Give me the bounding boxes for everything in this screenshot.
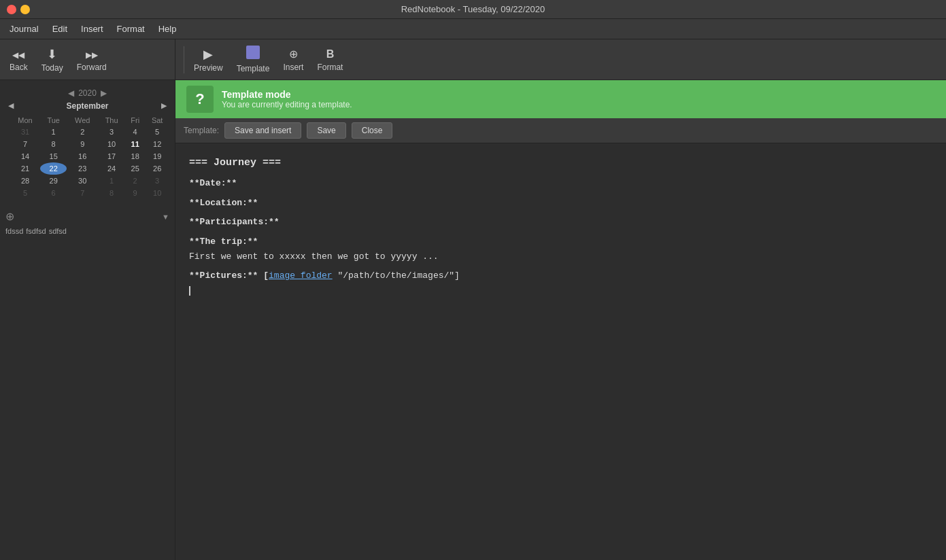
- calendar-day: [5, 187, 10, 199]
- calendar-day[interactable]: 7: [67, 187, 98, 199]
- calendar-day[interactable]: 3: [98, 126, 125, 138]
- calendar-day[interactable]: 22: [40, 162, 67, 175]
- insert-button[interactable]: Insert: [276, 44, 310, 75]
- calendar-day[interactable]: 4: [125, 126, 145, 138]
- year-nav: ◀ 2020 ▶: [5, 86, 169, 101]
- calendar-day[interactable]: 25: [125, 162, 145, 175]
- format-button[interactable]: Format: [310, 44, 350, 75]
- calendar-day[interactable]: 1: [40, 126, 67, 138]
- calendar-day[interactable]: 6: [40, 187, 67, 199]
- main-layout: ◀ 2020 ▶ ◀ September ▶ Mon Tue Wed Th: [0, 80, 946, 560]
- toolbar-nav: Back ⬇ Today Forward: [0, 39, 175, 80]
- tag-item[interactable]: fdssd: [5, 227, 23, 235]
- prev-month-btn[interactable]: ◀: [5, 101, 16, 111]
- editor-line: **Participants:**: [189, 215, 932, 230]
- calendar-day[interactable]: 31: [10, 126, 40, 138]
- calendar-day[interactable]: 7: [10, 138, 40, 150]
- template-toolbar-label: Template:: [184, 126, 219, 135]
- close-template-button[interactable]: Close: [352, 122, 393, 139]
- menu-insert[interactable]: Insert: [74, 21, 110, 37]
- calendar-day[interactable]: 3: [145, 175, 169, 187]
- next-year-btn[interactable]: ▶: [101, 88, 107, 98]
- calendar-day[interactable]: 29: [40, 175, 67, 187]
- calendar-day: [5, 175, 10, 187]
- preview-label: Preview: [194, 63, 223, 73]
- back-icon: [12, 47, 24, 61]
- cal-col-tue: Tue: [40, 115, 67, 126]
- forward-button[interactable]: Forward: [70, 44, 114, 75]
- template-label: Template: [237, 64, 270, 73]
- calendar-day[interactable]: 5: [10, 187, 40, 199]
- calendar-day[interactable]: 2: [67, 126, 98, 138]
- tag-dropdown[interactable]: ▼: [162, 213, 169, 221]
- tag-icon[interactable]: ⊕: [5, 211, 14, 222]
- editor-bold-field: **Date:**: [189, 178, 237, 188]
- today-button[interactable]: ⬇ Today: [35, 44, 70, 75]
- titlebar: RedNotebook - Tuesday, 09/22/2020: [0, 0, 946, 19]
- template-button[interactable]: Template: [230, 43, 277, 76]
- prev-year-btn[interactable]: ◀: [68, 88, 74, 98]
- minimize-button[interactable]: [20, 5, 30, 14]
- calendar-day[interactable]: 8: [40, 138, 67, 150]
- today-icon: ⬇: [47, 47, 57, 62]
- month-label: September: [66, 101, 108, 111]
- cal-col-mon: Mon: [10, 115, 40, 126]
- editor-line: First we went to xxxxx then we got to yy…: [189, 249, 932, 264]
- calendar: ◀ 2020 ▶ ◀ September ▶ Mon Tue Wed Th: [0, 80, 175, 205]
- next-month-btn[interactable]: ▶: [158, 101, 169, 111]
- calendar-day: [5, 126, 10, 138]
- menu-format[interactable]: Format: [110, 21, 152, 37]
- preview-button[interactable]: Preview: [187, 44, 230, 75]
- calendar-day[interactable]: 26: [145, 162, 169, 175]
- cal-col-week: [5, 115, 10, 126]
- tags-display: fdssdfsdfsdsdfsd: [5, 227, 169, 235]
- right-panel: ? Template mode You are currently editin…: [175, 80, 946, 560]
- cal-col-thu: Thu: [98, 115, 125, 126]
- calendar-day[interactable]: 11: [125, 138, 145, 150]
- tag-item[interactable]: fsdfsd: [26, 227, 46, 235]
- calendar-day[interactable]: 9: [125, 187, 145, 199]
- close-button[interactable]: [7, 5, 16, 14]
- calendar-day[interactable]: 23: [67, 162, 98, 175]
- calendar-day[interactable]: 9: [67, 138, 98, 150]
- year-label: 2020: [78, 88, 97, 98]
- calendar-day[interactable]: 12: [145, 138, 169, 150]
- calendar-day[interactable]: 16: [67, 150, 98, 162]
- window-controls[interactable]: [7, 5, 30, 14]
- editor-link[interactable]: image folder: [269, 270, 333, 281]
- menu-journal[interactable]: Journal: [3, 21, 46, 37]
- calendar-day[interactable]: 18: [125, 150, 145, 162]
- template-icon: [246, 46, 260, 63]
- calendar-day[interactable]: 24: [98, 162, 125, 175]
- calendar-day[interactable]: 10: [145, 187, 169, 199]
- tag-item[interactable]: sdfsd: [49, 227, 67, 235]
- toolbar-tools: Preview Template Insert Format: [175, 39, 946, 80]
- menu-edit[interactable]: Edit: [46, 21, 74, 37]
- editor-line: **Location:**: [189, 196, 932, 211]
- insert-label: Insert: [283, 63, 303, 72]
- save-button[interactable]: Save: [307, 122, 345, 139]
- save-insert-button[interactable]: Save and insert: [224, 122, 301, 139]
- preview-icon: [203, 47, 213, 62]
- calendar-day[interactable]: 8: [98, 187, 125, 199]
- tag-area-label: ⊕: [5, 210, 14, 223]
- calendar-day[interactable]: 1: [98, 175, 125, 187]
- template-question-mark: ?: [195, 90, 204, 108]
- editor-line: **Date:**: [189, 176, 932, 191]
- calendar-day[interactable]: 2: [125, 175, 145, 187]
- editor-content[interactable]: === Journey === **Date:** **Location:** …: [175, 143, 946, 560]
- menu-help[interactable]: Help: [152, 21, 184, 37]
- calendar-day[interactable]: 5: [145, 126, 169, 138]
- calendar-day[interactable]: 21: [10, 162, 40, 175]
- back-button[interactable]: Back: [3, 44, 35, 75]
- calendar-day[interactable]: 28: [10, 175, 40, 187]
- calendar-day[interactable]: 10: [98, 138, 125, 150]
- template-banner: ? Template mode You are currently editin…: [175, 80, 946, 118]
- calendar-day[interactable]: 30: [67, 175, 98, 187]
- editor-bold-field: **Pictures:** [: [189, 270, 269, 281]
- calendar-day[interactable]: 17: [98, 150, 125, 162]
- calendar-day[interactable]: 19: [145, 150, 169, 162]
- calendar-day[interactable]: 14: [10, 150, 40, 162]
- calendar-header: ◀ September ▶: [5, 101, 169, 111]
- calendar-day[interactable]: 15: [40, 150, 67, 162]
